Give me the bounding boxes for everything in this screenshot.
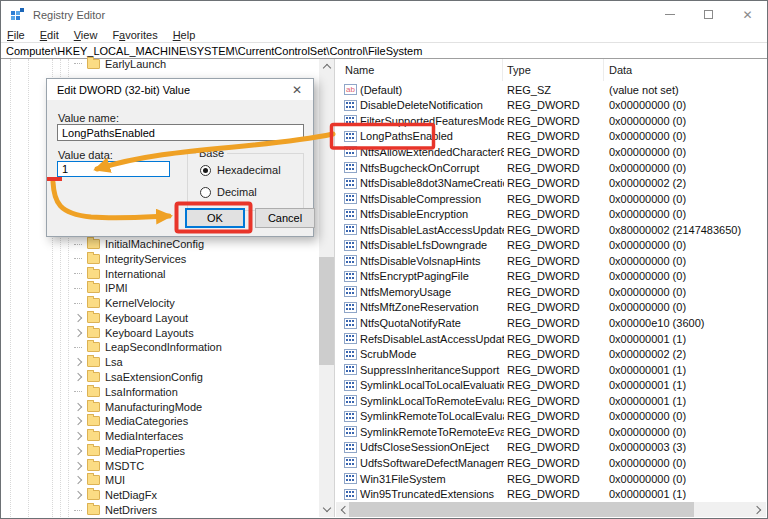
scroll-up-button[interactable]: [319, 59, 334, 74]
scroll-right-button[interactable]: [751, 502, 766, 517]
expand-chevron-icon[interactable]: [74, 314, 82, 322]
registry-value-row[interactable]: SymlinkRemoteToLocalEvaluation REG_DWORD…: [336, 409, 766, 425]
ok-button[interactable]: OK: [185, 208, 245, 228]
expand-chevron-icon[interactable]: [74, 402, 82, 410]
tree-item[interactable]: MUI: [2, 473, 318, 488]
registry-value-row[interactable]: FilterSupportedFeaturesMode REG_DWORD 0x…: [336, 113, 766, 129]
tree-item[interactable]: Keyboard Layout: [2, 310, 318, 325]
tree-item[interactable]: MSDTC: [2, 458, 318, 473]
registry-value-row[interactable]: NtfsDisableLfsDowngrade REG_DWORD 0x0000…: [336, 238, 766, 254]
value-name: NtfsAllowExtendedCharacter8d...: [360, 146, 504, 158]
decimal-radio[interactable]: Decimal: [200, 186, 257, 198]
tree-item-label: LsaExtensionConfig: [105, 371, 203, 383]
expand-chevron-icon[interactable]: [74, 373, 82, 381]
registry-value-row[interactable]: NtfsMftZoneReservation REG_DWORD 0x00000…: [336, 300, 766, 316]
registry-value-row[interactable]: ScrubMode REG_DWORD 0x00000002 (2): [336, 346, 766, 362]
registry-path: Computer\HKEY_LOCAL_MACHINE\SYSTEM\Curre…: [6, 45, 422, 57]
registry-value-row[interactable]: NtfsMemoryUsage REG_DWORD 0x00000000 (0): [336, 284, 766, 300]
tree-item[interactable]: MediaCategories: [2, 414, 318, 429]
registry-value-row[interactable]: LongPathsEnabled REG_DWORD 0x00000000 (0…: [336, 129, 766, 145]
expand-chevron-icon[interactable]: [74, 432, 82, 440]
registry-value-row[interactable]: NtfsDisableCompression REG_DWORD 0x00000…: [336, 191, 766, 207]
value-data: (value not set): [609, 84, 679, 96]
dword-value-icon: [344, 131, 357, 142]
tree-item[interactable]: Keyboard Layouts: [2, 325, 318, 340]
registry-value-row[interactable]: UdfsSoftwareDefectManagement REG_DWORD 0…: [336, 455, 766, 471]
maximize-button[interactable]: [689, 1, 728, 28]
hexadecimal-radio[interactable]: Hexadecimal: [200, 164, 281, 176]
tree-item[interactable]: Lsa: [2, 355, 318, 370]
tree-item[interactable]: International: [2, 266, 318, 281]
registry-value-row[interactable]: UdfsCloseSessionOnEject REG_DWORD 0x0000…: [336, 440, 766, 456]
tree-item[interactable]: MediaInterfaces: [2, 429, 318, 444]
registry-value-row[interactable]: Win31FileSystem REG_DWORD 0x00000000 (0): [336, 471, 766, 487]
minimize-button[interactable]: [650, 1, 689, 28]
tree-item[interactable]: InitialMachineConfig: [2, 237, 318, 252]
menu-item-file[interactable]: File: [7, 29, 25, 41]
menu-item-help[interactable]: Help: [173, 29, 196, 41]
registry-value-row[interactable]: NtfsDisableLastAccessUpdate REG_DWORD 0x…: [336, 222, 766, 238]
registry-value-row[interactable]: DisableDeleteNotification REG_DWORD 0x00…: [336, 98, 766, 114]
column-header-data[interactable]: Data: [604, 59, 764, 81]
dialog-close-button[interactable]: ✕: [282, 79, 312, 100]
scrollbar-thumb[interactable]: [319, 257, 334, 365]
expand-chevron-icon[interactable]: [74, 447, 82, 455]
value-type: REG_DWORD: [507, 364, 580, 376]
registry-value-row[interactable]: NtfsAllowExtendedCharacter8d... REG_DWOR…: [336, 144, 766, 160]
scrollbar-thumb[interactable]: [349, 502, 694, 517]
tree-item[interactable]: LsaExtensionConfig: [2, 370, 318, 385]
registry-value-row[interactable]: SymlinkLocalToRemoteEvaluation REG_DWORD…: [336, 393, 766, 409]
value-type: REG_DWORD: [507, 224, 580, 236]
value-data-field[interactable]: 1: [57, 161, 170, 177]
value-name-field[interactable]: LongPathsEnabled: [57, 124, 304, 141]
close-button[interactable]: ✕: [728, 1, 767, 28]
expand-chevron-icon[interactable]: [74, 328, 82, 336]
registry-value-row[interactable]: NtfsDisableEncryption REG_DWORD 0x000000…: [336, 206, 766, 222]
folder-icon: [87, 313, 100, 323]
dword-value-icon: [344, 100, 357, 111]
registry-value-row[interactable]: SuppressInheritanceSupport REG_DWORD 0x0…: [336, 362, 766, 378]
tree-item[interactable]: LsaInformation: [2, 384, 318, 399]
menu-item-edit[interactable]: Edit: [40, 29, 59, 41]
tree-item[interactable]: IPMI: [2, 281, 318, 296]
tree-item[interactable]: NetDiagFx: [2, 488, 318, 503]
menu-item-favorites[interactable]: Favorites: [112, 29, 157, 41]
registry-value-row[interactable]: NtfsDisable8dot3NameCreation REG_DWORD 0…: [336, 175, 766, 191]
column-header-type[interactable]: Type: [503, 59, 604, 81]
registry-value-row[interactable]: NtfsBugcheckOnCorrupt REG_DWORD 0x000000…: [336, 160, 766, 176]
column-header-name[interactable]: Name: [336, 59, 503, 81]
tree-item[interactable]: KernelVelocity: [2, 296, 318, 311]
registry-value-row[interactable]: ab(Default) REG_SZ (value not set): [336, 82, 766, 98]
expand-chevron-icon[interactable]: [74, 358, 82, 366]
registry-value-row[interactable]: SymlinkRemoteToRemoteEvalua... REG_DWORD…: [336, 424, 766, 440]
tree-item[interactable]: LeapSecondInformation: [2, 340, 318, 355]
expand-chevron-icon[interactable]: [74, 417, 82, 425]
tree-item[interactable]: NetDrivers: [2, 503, 318, 518]
chevron-left-icon: [341, 505, 349, 513]
cancel-button[interactable]: Cancel: [255, 208, 315, 228]
registry-value-row[interactable]: RefsDisableLastAccessUpdate REG_DWORD 0x…: [336, 331, 766, 347]
registry-value-row[interactable]: NtfsEncryptPagingFile REG_DWORD 0x000000…: [336, 269, 766, 285]
expand-chevron-icon[interactable]: [74, 491, 82, 499]
value-name: ScrubMode: [360, 348, 416, 360]
list-horizontal-scrollbar[interactable]: [336, 502, 766, 517]
tree-item[interactable]: EarlyLaunch: [2, 56, 318, 71]
tree-item[interactable]: IntegrityServices: [2, 251, 318, 266]
value-type: REG_DWORD: [507, 488, 580, 500]
registry-value-row[interactable]: Win95TruncatedExtensions REG_DWORD 0x000…: [336, 486, 766, 502]
tree-item[interactable]: ManufacturingMode: [2, 399, 318, 414]
scroll-down-button[interactable]: [319, 502, 334, 517]
tree-vertical-scrollbar[interactable]: [319, 59, 334, 517]
menu-item-view[interactable]: View: [74, 29, 98, 41]
value-name: NtfsDisableLastAccessUpdate: [360, 224, 504, 236]
registry-value-row[interactable]: NtfsQuotaNotifyRate REG_DWORD 0x00000e10…: [336, 315, 766, 331]
edit-dword-dialog: Edit DWORD (32-bit) Value ✕ Value name: …: [46, 78, 314, 237]
registry-value-row[interactable]: NtfsDisableVolsnapHints REG_DWORD 0x0000…: [336, 253, 766, 269]
tree-leaf-connector: [74, 288, 82, 289]
expand-chevron-icon[interactable]: [74, 476, 82, 484]
folder-icon: [87, 416, 100, 426]
expand-chevron-icon[interactable]: [74, 461, 82, 469]
dword-value-icon: [344, 442, 357, 453]
tree-item[interactable]: MediaProperties: [2, 443, 318, 458]
registry-value-row[interactable]: SymlinkLocalToLocalEvaluation REG_DWORD …: [336, 377, 766, 393]
